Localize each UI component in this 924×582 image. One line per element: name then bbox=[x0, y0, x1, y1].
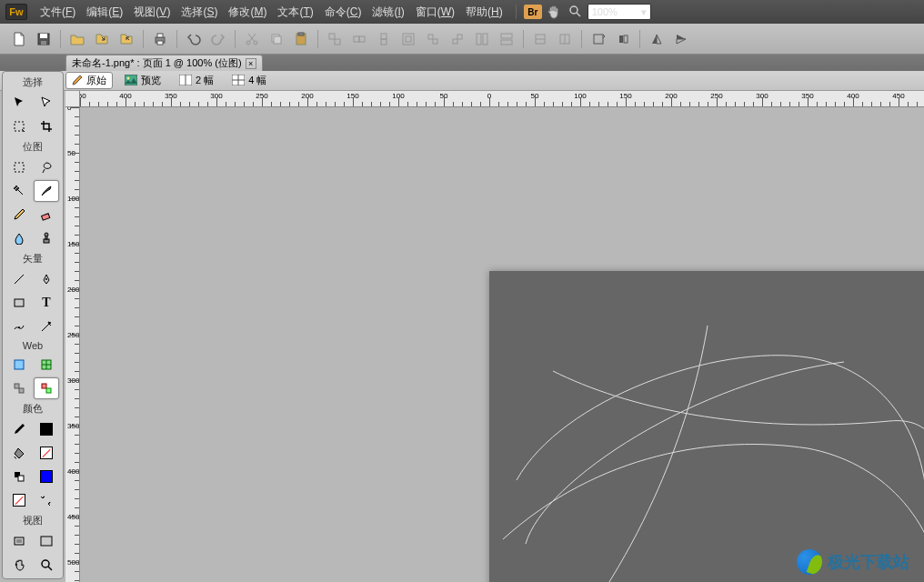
svg-rect-32 bbox=[619, 35, 623, 43]
pointer-tool[interactable] bbox=[6, 92, 32, 114]
group5-button[interactable] bbox=[421, 28, 445, 50]
eraser-tool[interactable] bbox=[34, 204, 59, 226]
group2-button[interactable] bbox=[347, 28, 371, 50]
wand-tool[interactable] bbox=[6, 180, 32, 202]
zoom-select[interactable]: 100%▾ bbox=[588, 4, 651, 20]
rotate2-button[interactable] bbox=[553, 28, 577, 50]
svg-rect-31 bbox=[594, 35, 603, 44]
print-button[interactable] bbox=[148, 28, 172, 50]
hotspot-tool[interactable] bbox=[6, 354, 32, 376]
hand-icon[interactable] bbox=[544, 3, 564, 21]
fill-swatch[interactable] bbox=[34, 442, 59, 464]
crop-tool[interactable] bbox=[34, 115, 59, 137]
view-预览[interactable]: 预览 bbox=[118, 72, 167, 89]
tab-close-icon[interactable]: × bbox=[246, 58, 256, 69]
flip-v-button[interactable] bbox=[669, 28, 693, 50]
pencil-tool[interactable] bbox=[6, 204, 32, 226]
freeform-tool[interactable] bbox=[6, 316, 32, 337]
undo-button[interactable] bbox=[182, 28, 206, 50]
search-icon[interactable] bbox=[566, 3, 586, 21]
rectangle-tool[interactable] bbox=[6, 292, 32, 314]
svg-rect-39 bbox=[15, 163, 24, 172]
cut-button[interactable] bbox=[240, 28, 264, 50]
save-button[interactable] bbox=[32, 28, 55, 50]
lasso-tool[interactable] bbox=[34, 156, 59, 178]
text-tool[interactable]: T bbox=[34, 292, 59, 314]
screen-mode-tool[interactable] bbox=[6, 530, 32, 552]
paste-button[interactable] bbox=[289, 28, 313, 50]
menu-t[interactable]: 文本(T) bbox=[272, 3, 318, 22]
brush-tool[interactable] bbox=[34, 180, 59, 202]
group6-button[interactable] bbox=[446, 28, 469, 50]
swap-fg-bg-tool[interactable] bbox=[34, 489, 59, 511]
svg-rect-19 bbox=[403, 34, 414, 45]
subselect-tool[interactable] bbox=[34, 92, 59, 114]
view-2 幅[interactable]: 2 幅 bbox=[173, 72, 220, 89]
artboard[interactable] bbox=[489, 271, 924, 582]
group3-button[interactable] bbox=[372, 28, 396, 50]
align2-button[interactable] bbox=[611, 28, 635, 50]
copy-button[interactable] bbox=[265, 28, 288, 50]
default-colors-tool[interactable] bbox=[6, 466, 32, 487]
svg-rect-26 bbox=[483, 34, 487, 45]
svg-rect-52 bbox=[46, 388, 51, 393]
group8-button[interactable] bbox=[495, 28, 518, 50]
svg-rect-21 bbox=[428, 35, 433, 39]
scale-tool[interactable] bbox=[6, 115, 32, 137]
br-button[interactable]: Br bbox=[524, 5, 542, 19]
chevron-down-icon: ▾ bbox=[641, 6, 647, 18]
show-slices-tool[interactable] bbox=[34, 377, 59, 399]
swap-colors-tool[interactable] bbox=[34, 466, 59, 487]
svg-rect-28 bbox=[501, 40, 512, 45]
group7-button[interactable] bbox=[470, 28, 494, 50]
marquee-tool[interactable] bbox=[6, 156, 32, 178]
redo-button[interactable] bbox=[206, 28, 230, 50]
menu-h[interactable]: 帮助(H) bbox=[460, 3, 508, 22]
canvas[interactable] bbox=[80, 107, 924, 582]
select-section-label: 选择 bbox=[5, 75, 60, 90]
export-button[interactable] bbox=[115, 28, 138, 50]
group1-button[interactable] bbox=[323, 28, 346, 50]
align1-button[interactable] bbox=[587, 28, 610, 50]
view-4 幅[interactable]: 4 幅 bbox=[226, 72, 273, 89]
import-button[interactable] bbox=[90, 28, 114, 50]
screen-full-tool[interactable] bbox=[34, 530, 59, 552]
fill-color-tool[interactable] bbox=[6, 442, 32, 464]
svg-rect-2 bbox=[40, 34, 47, 38]
stroke-swatch[interactable] bbox=[34, 418, 59, 440]
line-tool[interactable] bbox=[6, 268, 32, 290]
ruler-vertical[interactable]: 050100150200250300350400450500550 bbox=[65, 107, 80, 582]
view-原始[interactable]: 原始 bbox=[65, 72, 113, 89]
menu-w[interactable]: 窗口(W) bbox=[410, 3, 460, 22]
svg-rect-3 bbox=[41, 41, 46, 45]
flip-h-button[interactable] bbox=[645, 28, 668, 50]
slice-tool[interactable] bbox=[34, 354, 59, 376]
hide-slices-tool[interactable] bbox=[6, 377, 32, 399]
ruler-horizontal[interactable]: 4504003503002502001501005005010015020025… bbox=[80, 91, 924, 107]
document-tab[interactable]: 未命名-1.png* : 页面 1 @ 100% (位图) × bbox=[65, 55, 263, 71]
zoom-tool[interactable] bbox=[34, 554, 59, 576]
svg-rect-17 bbox=[381, 34, 387, 39]
pen-tool[interactable] bbox=[34, 268, 59, 290]
stroke-color-tool[interactable] bbox=[6, 418, 32, 440]
stamp-tool[interactable] bbox=[34, 227, 59, 249]
rotate1-button[interactable] bbox=[528, 28, 552, 50]
menu-e[interactable]: 编辑(E) bbox=[81, 3, 128, 22]
menu-c[interactable]: 命令(C) bbox=[319, 3, 367, 22]
svg-rect-50 bbox=[19, 388, 24, 393]
menu-i[interactable]: 滤镜(I) bbox=[367, 3, 409, 22]
svg-rect-47 bbox=[15, 360, 24, 369]
blur-tool[interactable] bbox=[6, 227, 32, 249]
menu-f[interactable]: 文件(F) bbox=[35, 3, 81, 22]
hand-tool[interactable] bbox=[6, 554, 32, 576]
no-color-tool[interactable] bbox=[6, 489, 32, 511]
open-button[interactable] bbox=[65, 28, 89, 50]
knife-tool[interactable] bbox=[34, 316, 59, 337]
svg-rect-20 bbox=[406, 36, 411, 42]
menu-m[interactable]: 修改(M) bbox=[223, 3, 272, 22]
vector-section-label: 矢量 bbox=[5, 251, 60, 266]
group4-button[interactable] bbox=[397, 28, 420, 50]
new-file-button[interactable] bbox=[7, 28, 31, 50]
menu-v[interactable]: 视图(V) bbox=[128, 3, 176, 22]
menu-s[interactable]: 选择(S) bbox=[176, 3, 223, 22]
